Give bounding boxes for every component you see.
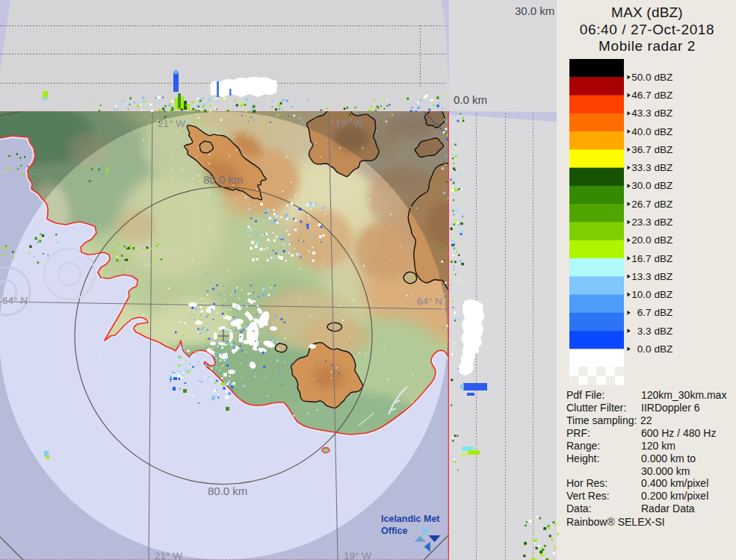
svg-text:3.3: 3.3 <box>637 326 652 337</box>
svg-text:Clutter Filter:: Clutter Filter: <box>566 402 626 414</box>
svg-text:40.0: 40.0 <box>631 126 651 137</box>
svg-text:dBZ: dBZ <box>655 144 673 155</box>
svg-text:Mobile radar 2: Mobile radar 2 <box>599 38 696 54</box>
svg-text:dBZ: dBZ <box>655 72 673 83</box>
svg-text:0.0 km: 0.0 km <box>454 93 487 106</box>
svg-text:120km_30km.max: 120km_30km.max <box>641 389 726 401</box>
svg-text:33.3: 33.3 <box>631 162 651 173</box>
svg-text:19° W: 19° W <box>344 550 371 560</box>
svg-text:Time sampling:: Time sampling: <box>566 414 637 426</box>
svg-text:dBZ: dBZ <box>655 289 673 300</box>
svg-text:IIRDoppler 6: IIRDoppler 6 <box>641 402 700 414</box>
svg-text:dBZ: dBZ <box>655 234 673 246</box>
svg-text:dBZ: dBZ <box>655 217 673 228</box>
svg-text:dBZ: dBZ <box>655 343 673 355</box>
svg-text:dBZ: dBZ <box>655 180 673 191</box>
svg-text:46.7: 46.7 <box>631 90 651 101</box>
svg-text:21° W: 21° W <box>155 550 182 560</box>
svg-text:Pdf File:: Pdf File: <box>566 389 604 401</box>
svg-text:80.0 km: 80.0 km <box>208 485 247 497</box>
svg-text:dBZ: dBZ <box>655 162 673 173</box>
svg-text:Data:: Data: <box>566 503 591 514</box>
svg-text:Range:: Range: <box>566 440 600 452</box>
svg-text:64° N: 64° N <box>2 295 28 306</box>
svg-text:0.000 km to: 0.000 km to <box>641 452 696 464</box>
svg-text:dBZ: dBZ <box>655 126 673 137</box>
svg-text:64° N: 64° N <box>417 296 442 307</box>
svg-text:Icelandic Met: Icelandic Met <box>381 514 440 524</box>
svg-text:0.400 km/pixel: 0.400 km/pixel <box>641 477 708 489</box>
svg-text:21° W: 21° W <box>158 118 185 129</box>
svg-text:06:40 / 27-Oct-2018: 06:40 / 27-Oct-2018 <box>580 22 714 37</box>
svg-text:80.0 km: 80.0 km <box>203 173 243 186</box>
svg-text:dBZ: dBZ <box>655 326 673 337</box>
svg-text:22: 22 <box>640 414 652 426</box>
svg-text:Height:: Height: <box>566 452 599 464</box>
svg-text:120 km: 120 km <box>641 440 675 452</box>
svg-text:Radar Data: Radar Data <box>641 503 695 514</box>
svg-text:MAX (dBZ): MAX (dBZ) <box>611 4 683 20</box>
svg-text:20.0: 20.0 <box>631 234 651 246</box>
svg-text:Office: Office <box>381 526 407 536</box>
svg-text:19° W: 19° W <box>335 118 363 129</box>
svg-text:0.200 km/pixel: 0.200 km/pixel <box>641 490 708 502</box>
svg-text:PRF:: PRF: <box>566 427 590 439</box>
svg-text:50.0: 50.0 <box>631 72 651 83</box>
svg-text:6.7: 6.7 <box>637 307 652 318</box>
svg-text:36.7: 36.7 <box>631 144 651 155</box>
svg-text:23.3: 23.3 <box>631 217 651 228</box>
svg-text:dBZ: dBZ <box>655 199 673 210</box>
svg-text:16.7: 16.7 <box>631 253 651 264</box>
svg-text:30.0: 30.0 <box>631 180 651 191</box>
svg-text:dBZ: dBZ <box>655 90 673 101</box>
svg-text:dBZ: dBZ <box>655 307 673 318</box>
svg-text:Rainbow® SELEX-SI: Rainbow® SELEX-SI <box>566 516 665 528</box>
svg-text:Hor Res:: Hor Res: <box>566 477 607 489</box>
svg-text:10.0: 10.0 <box>631 289 651 300</box>
svg-text:26.7: 26.7 <box>631 199 651 210</box>
svg-text:600 Hz / 480 Hz: 600 Hz / 480 Hz <box>641 427 716 439</box>
svg-text:0.0: 0.0 <box>637 343 652 355</box>
svg-text:dBZ: dBZ <box>655 271 673 282</box>
svg-text:43.3: 43.3 <box>631 108 651 119</box>
svg-text:30.0 km: 30.0 km <box>515 4 554 17</box>
svg-text:Vert Res:: Vert Res: <box>566 490 610 502</box>
svg-text:dBZ: dBZ <box>655 108 673 119</box>
svg-text:dBZ: dBZ <box>655 253 673 264</box>
svg-text:13.3: 13.3 <box>631 271 651 282</box>
svg-text:30.000 km: 30.000 km <box>641 465 690 477</box>
